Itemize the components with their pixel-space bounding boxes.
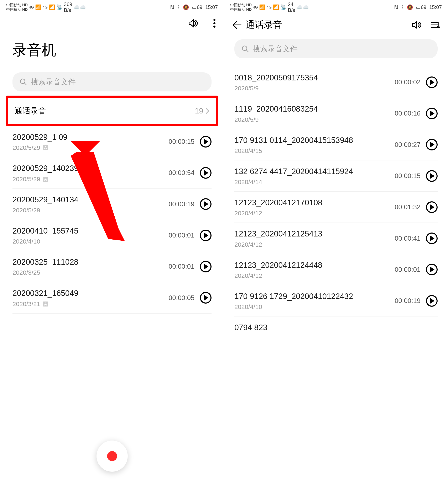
svg-point-2: [213, 26, 216, 28]
recording-name: 20200321_165049: [13, 288, 78, 299]
recording-duration: 00:00:15: [395, 172, 420, 180]
recording-date: 2020/5/29A: [13, 176, 78, 183]
recording-duration: 00:00:15: [168, 138, 195, 145]
recording-date: 2020/4/12: [234, 241, 322, 248]
play-button[interactable]: [426, 170, 438, 182]
recording-item[interactable]: 12123_202004121254132020/4/1200:00:41: [234, 223, 438, 254]
search-input[interactable]: 搜索录音文件: [234, 39, 438, 58]
screen-recorder-home: 中国移动 HD 中国移动 HD 4G 📶4G📶 📡 369B/s ☁️☁️ ℕ …: [0, 0, 224, 480]
svg-line-4: [25, 83, 26, 85]
status-bar: 中国移动 HD 中国移动 HD 4G📶 4G📶 📡 24B/s ☁️☁️ ℕ ᛒ…: [224, 0, 448, 14]
recording-name: 12123_20200412124448: [234, 260, 322, 271]
play-icon: [430, 267, 434, 272]
recording-item[interactable]: 20200529_1 092020/5/29A00:00:15: [13, 126, 211, 157]
recording-duration: 00:00:02: [395, 78, 420, 86]
recording-item[interactable]: 20200321_1650492020/3/21A00:00:05: [13, 282, 211, 313]
svg-line-8: [246, 50, 248, 52]
recording-date: 2020/3/25: [13, 269, 78, 276]
battery-icon: ▭69: [192, 4, 202, 10]
recording-item[interactable]: 20200529_1401342020/5/2900:00:19: [13, 189, 211, 220]
recording-item[interactable]: 12123_202004121701082020/4/1200:01:32: [234, 191, 438, 223]
recording-item[interactable]: 0794 823: [234, 317, 438, 339]
app-bar: [0, 14, 224, 32]
transcript-badge: A: [43, 145, 48, 150]
call-recordings-folder[interactable]: 通话录音 19: [6, 96, 218, 126]
recording-duration: 00:00:01: [168, 232, 195, 239]
recording-item[interactable]: 20200410_1557452020/4/1000:00:01: [13, 220, 211, 251]
recording-list-right: 0018_202005091753542020/5/900:00:021119_…: [224, 67, 448, 339]
svg-point-0: [213, 19, 216, 21]
recording-duration: 00:00:19: [168, 200, 195, 208]
recording-name: 12123_20200412170108: [234, 198, 322, 208]
recording-date: 2020/4/14: [234, 178, 353, 186]
speaker-icon[interactable]: [412, 21, 422, 29]
recording-item[interactable]: 0018_202005091753542020/5/900:00:02: [234, 67, 438, 98]
screen-call-recordings: 中国移动 HD 中国移动 HD 4G📶 4G📶 📡 24B/s ☁️☁️ ℕ ᛒ…: [224, 0, 448, 480]
recording-date: 2020/5/29A: [13, 144, 67, 151]
recording-name: 20200325_111028: [13, 257, 78, 268]
play-button[interactable]: [200, 292, 211, 304]
recording-date: 2020/4/15: [234, 147, 353, 154]
recording-duration: 00:00:16: [395, 110, 420, 117]
recording-item[interactable]: 1119_202004160832542020/5/900:00:16: [234, 98, 438, 129]
recording-duration: 00:01:32: [395, 203, 420, 211]
play-button[interactable]: [200, 261, 211, 272]
nfc-icon: ℕ: [170, 4, 174, 10]
app-bar: 通话录音: [224, 14, 448, 33]
mute-icon: 🔕: [183, 4, 189, 10]
record-button[interactable]: [96, 440, 128, 472]
play-button[interactable]: [426, 295, 438, 307]
recording-item[interactable]: 170 9131 0114_202004151539482020/4/1500:…: [234, 129, 438, 160]
play-button[interactable]: [426, 201, 438, 213]
play-icon: [204, 264, 208, 269]
play-button[interactable]: [200, 136, 211, 148]
play-icon: [430, 298, 434, 304]
play-button[interactable]: [426, 108, 438, 119]
play-icon: [430, 205, 434, 210]
play-button[interactable]: [426, 139, 438, 150]
recording-date: 2020/4/10: [234, 303, 353, 311]
play-button[interactable]: [426, 264, 438, 275]
recording-item[interactable]: 132 6274 4417_202004141159242020/4/1400:…: [234, 160, 438, 191]
play-icon: [204, 295, 208, 300]
recording-name: 0018_20200509175354: [234, 72, 318, 83]
recording-item[interactable]: 12123_202004121244482020/4/1200:00:01: [234, 254, 438, 285]
sort-icon[interactable]: [431, 21, 440, 29]
play-button[interactable]: [426, 233, 438, 244]
search-icon: [20, 78, 27, 86]
recording-item[interactable]: 170 9126 1729_202004101224322020/4/1000:…: [234, 285, 438, 317]
recording-item[interactable]: 20200325_1110282020/3/2500:00:01: [13, 251, 211, 282]
recording-name: 170 9126 1729_20200410122432: [234, 291, 353, 302]
page-title: 录音机: [0, 32, 224, 66]
recording-name: 132 6274 4417_20200414115924: [234, 166, 353, 177]
more-menu-icon[interactable]: [213, 19, 216, 28]
recording-name: 20200529_140134: [13, 195, 78, 205]
recording-item[interactable]: 20200529_1402392020/5/29A00:00:54: [13, 157, 211, 189]
recording-date: 2020/4/12: [234, 272, 322, 279]
recording-name: 12123_20200412125413: [234, 229, 322, 239]
back-button[interactable]: [232, 21, 241, 29]
play-icon: [204, 170, 208, 176]
battery-icon: ▭69: [416, 4, 426, 10]
transcript-badge: A: [43, 302, 48, 306]
speaker-icon[interactable]: [188, 19, 199, 28]
recording-name: 20200529_1 09: [13, 132, 67, 142]
recording-duration: 00:00:01: [168, 263, 195, 270]
search-icon: [241, 45, 249, 53]
play-button[interactable]: [200, 230, 211, 241]
svg-point-3: [20, 79, 25, 84]
recording-date: 2020/5/9: [234, 85, 318, 92]
search-input[interactable]: 搜索录音文件: [13, 72, 211, 92]
folder-count: 19: [195, 106, 203, 115]
nfc-icon: ℕ: [394, 4, 398, 10]
play-button[interactable]: [200, 167, 211, 179]
recording-name: 20200410_155745: [13, 226, 78, 236]
recording-date: 2020/4/12: [234, 210, 322, 217]
play-icon: [430, 173, 434, 179]
page-title: 通话录音: [246, 19, 282, 31]
play-button[interactable]: [426, 77, 438, 88]
recording-date: 2020/3/21A: [13, 300, 78, 308]
play-button[interactable]: [200, 198, 211, 210]
recording-name: 20200529_140239: [13, 163, 78, 174]
clock: 15:07: [429, 4, 442, 10]
